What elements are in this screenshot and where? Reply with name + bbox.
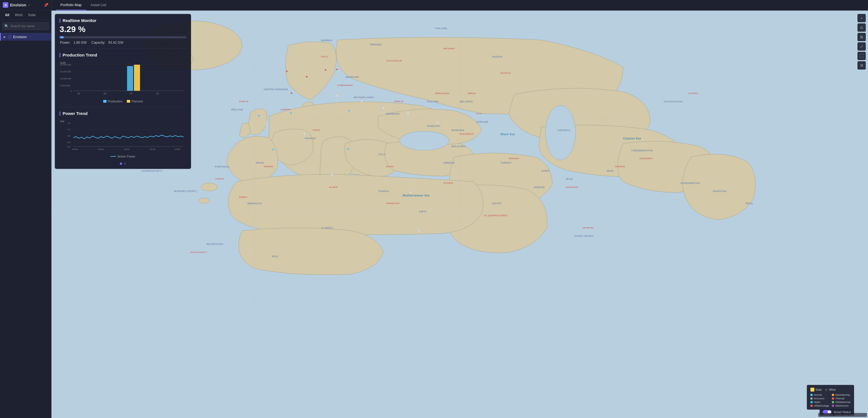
- tab-wind[interactable]: Wind: [12, 12, 25, 18]
- power-title: Power Trend: [60, 111, 186, 116]
- svg-text:0.9: 0.9: [67, 135, 71, 137]
- map-legend: Solar ⊹ Wind Normal MainWarning: [807, 385, 854, 410]
- status-hydro: Hydro: [810, 401, 829, 404]
- svg-text:0.6: 0.6: [67, 141, 71, 144]
- svg-text:10,000,000: 10,000,000: [60, 78, 71, 80]
- svg-text:04: 04: [104, 92, 106, 95]
- svg-point-69: [347, 148, 349, 150]
- analytics-panel: Realtime Monitor 3.29 % Power: 1.86 GW C…: [55, 14, 191, 169]
- active-power-line: [111, 156, 116, 157]
- map-attribution: Powered by Tianditu www.tianditu.gov.cn: [818, 413, 867, 417]
- nav-tab-portfolio-map[interactable]: Portfolio Map: [56, 0, 86, 10]
- tab-all[interactable]: All: [2, 12, 12, 18]
- divider-2: [60, 107, 186, 107]
- realtime-stats: Power: 1.86 GW Capacity: 63.42 GW: [60, 41, 186, 44]
- svg-point-68: [348, 110, 350, 112]
- nav-tab-asset-list[interactable]: Asset List: [86, 0, 111, 10]
- svg-point-62: [286, 70, 288, 72]
- app-title-separator: ≡: [28, 3, 30, 7]
- svg-text:GW: GW: [60, 120, 64, 123]
- svg-rect-83: [127, 66, 133, 91]
- expand-button[interactable]: ⤢: [858, 42, 866, 51]
- status-thermal-label: Thermal: [835, 397, 844, 400]
- svg-point-65: [291, 92, 292, 94]
- expand-icon: ▶: [4, 35, 6, 38]
- app-logo: ⊞ Envision ≡: [3, 2, 30, 8]
- layers-button[interactable]: ⊞: [858, 33, 866, 41]
- svg-point-51: [410, 192, 412, 193]
- svg-point-16: [337, 95, 338, 96]
- legend-wind: ⊹ Wind: [825, 387, 835, 392]
- power-label: Power:: [60, 41, 70, 44]
- fullscreen-button[interactable]: ⛶: [858, 52, 866, 60]
- svg-text:0.4: 0.4: [67, 146, 71, 148]
- power-chart: GW 1.4 1.2 0.9 0.6 0.4: [60, 117, 186, 154]
- svg-point-71: [336, 68, 338, 70]
- status-sitedisconn-label: SiteDisconn: [835, 405, 848, 407]
- status-allsitenormal: AllSiteNormal: [832, 401, 850, 404]
- sidebar-header: ⊞ Envision ≡ 📌: [0, 0, 51, 10]
- tree-item-label: Envision: [13, 35, 27, 39]
- svg-point-3: [201, 183, 217, 191]
- svg-text:1.2: 1.2: [67, 128, 70, 131]
- svg-point-21: [361, 100, 363, 102]
- map-container: ICELAND REYKJAVIK NORWAY SWEDEN FINLAND …: [52, 10, 868, 418]
- progress-bar: [60, 36, 186, 38]
- top-nav: Portfolio Map Asset List: [52, 0, 868, 10]
- legend-status-grid: Normal MainWarning NoComm Thermal Hydro: [810, 393, 850, 407]
- legend-active-power: Active Power: [111, 155, 135, 158]
- svg-point-26: [383, 107, 384, 109]
- svg-point-46: [331, 174, 333, 176]
- sidebar: ⊞ Envision ≡ 📌 All Wind Solar 🔍 ▶ ⬡ Envi…: [0, 0, 52, 418]
- zoom-in-button[interactable]: +: [858, 14, 866, 22]
- svg-text:5,000,000: 5,000,000: [60, 84, 70, 87]
- status-normal: Normal: [810, 393, 829, 396]
- production-chart: GWh 20,000,000 15,000,000 10,000,000 5,0…: [60, 59, 186, 98]
- svg-point-66: [258, 115, 260, 117]
- search-box: 🔍: [2, 22, 49, 30]
- svg-point-64: [325, 69, 327, 71]
- legend-production-label: Production: [108, 100, 123, 103]
- svg-point-6: [400, 131, 449, 151]
- production-title: Production Trend: [60, 53, 186, 57]
- panel-dot-1[interactable]: [120, 162, 122, 165]
- svg-point-36: [304, 133, 305, 135]
- status-allsiteoutage: AllSiteOutage: [810, 405, 829, 407]
- legend-solar: Solar: [810, 387, 822, 392]
- progress-bar-fill: [60, 36, 64, 38]
- production-legend: Production Planned: [60, 100, 186, 103]
- svg-text:0: 0: [71, 90, 72, 92]
- status-allsitenormal-label: AllSiteNormal: [835, 401, 850, 404]
- search-input[interactable]: [2, 22, 49, 30]
- svg-text:10:00: 10:00: [124, 148, 129, 151]
- panel-dot-2[interactable]: [124, 162, 126, 165]
- svg-text:15,000,000: 15,000,000: [60, 70, 71, 73]
- settings-button[interactable]: ⚙: [858, 61, 866, 69]
- svg-text:05:00: 05:00: [98, 148, 104, 151]
- svg-point-70: [273, 149, 274, 150]
- status-allsiteoutage-label: AllSiteOutage: [814, 405, 829, 407]
- svg-text:07: 07: [130, 92, 133, 95]
- production-section: Production Trend GWh 20,000,000 15,000,0: [60, 53, 186, 103]
- svg-point-5: [546, 106, 576, 160]
- pin-icon[interactable]: 📌: [44, 3, 49, 7]
- realtime-section: Realtime Monitor 3.29 % Power: 1.86 GW C…: [60, 18, 186, 44]
- legend-wind-label: Wind: [829, 388, 835, 391]
- tree-item-envision[interactable]: ▶ ⬡ Envision: [0, 33, 51, 41]
- power-section: Power Trend GW 1.4 1.2 0.9 0.: [60, 111, 186, 158]
- svg-rect-84: [134, 65, 140, 91]
- status-sitedisconn: SiteDisconn: [832, 405, 850, 407]
- svg-point-61: [266, 124, 267, 125]
- right-toolbar: + ⊙ ⊞ ⤢ ⛶ ⚙: [858, 14, 866, 69]
- svg-point-67: [290, 112, 292, 114]
- search-icon: 🔍: [4, 24, 9, 28]
- folder-icon: ⬡: [8, 34, 11, 39]
- zoom-out-button[interactable]: ⊙: [858, 23, 866, 32]
- realtime-title: Realtime Monitor: [60, 18, 186, 23]
- tab-solar[interactable]: Solar: [25, 12, 39, 18]
- power-legend: Active Power: [60, 155, 186, 158]
- svg-text:01: 01: [77, 92, 80, 95]
- svg-point-56: [418, 230, 420, 232]
- power-value: 1.86 GW: [73, 41, 87, 44]
- status-hydro-label: Hydro: [814, 401, 820, 404]
